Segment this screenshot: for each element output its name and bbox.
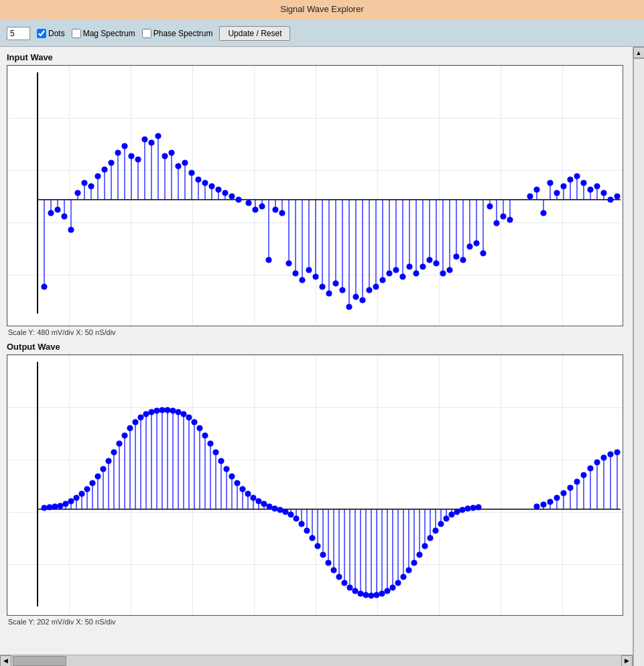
svg-point-281 xyxy=(320,552,326,557)
svg-point-105 xyxy=(380,277,385,283)
svg-point-215 xyxy=(143,411,149,417)
svg-point-39 xyxy=(155,133,161,139)
scroll-track[interactable] xyxy=(633,58,645,666)
svg-point-357 xyxy=(588,466,593,471)
svg-point-155 xyxy=(561,184,566,189)
svg-point-319 xyxy=(422,543,428,549)
svg-point-159 xyxy=(574,174,580,179)
input-wave-scale: Scale Y: 480 mV/div X: 50 nS/div xyxy=(7,328,626,336)
svg-point-115 xyxy=(413,271,419,276)
svg-point-261 xyxy=(267,504,272,509)
svg-point-239 xyxy=(208,441,213,446)
svg-point-113 xyxy=(407,264,412,269)
svg-point-161 xyxy=(581,180,586,186)
dots-checkbox[interactable] xyxy=(37,29,46,38)
svg-point-91 xyxy=(333,281,338,286)
svg-point-217 xyxy=(149,409,154,415)
output-wave-container: Output Wave xyxy=(7,342,626,626)
svg-point-305 xyxy=(385,588,390,594)
svg-point-359 xyxy=(594,460,600,465)
svg-point-5 xyxy=(42,284,47,289)
svg-point-183 xyxy=(58,503,63,509)
svg-point-353 xyxy=(574,479,580,484)
svg-point-119 xyxy=(427,257,432,263)
svg-point-289 xyxy=(342,580,347,586)
svg-point-343 xyxy=(541,502,546,507)
svg-point-123 xyxy=(440,271,446,276)
svg-point-349 xyxy=(561,490,566,496)
app-title: Signal Wave Explorer xyxy=(280,4,364,14)
svg-point-279 xyxy=(315,543,320,549)
svg-point-209 xyxy=(127,425,133,431)
svg-point-321 xyxy=(428,535,433,541)
svg-point-187 xyxy=(68,498,74,504)
phase-spectrum-checkbox[interactable] xyxy=(142,29,151,38)
input-wave-title: Input Wave xyxy=(7,52,626,62)
svg-point-49 xyxy=(189,170,194,176)
mag-spectrum-label[interactable]: Mag Spectrum xyxy=(72,29,135,38)
scroll-up-arrow[interactable]: ▲ xyxy=(633,47,645,58)
svg-point-327 xyxy=(444,516,449,521)
svg-point-347 xyxy=(554,495,560,501)
svg-point-231 xyxy=(186,415,192,420)
svg-point-277 xyxy=(310,535,315,541)
svg-rect-173 xyxy=(7,355,623,616)
mag-spectrum-checkbox[interactable] xyxy=(72,29,81,38)
svg-point-83 xyxy=(306,267,312,273)
svg-point-71 xyxy=(266,257,271,263)
svg-point-179 xyxy=(47,505,52,510)
svg-point-301 xyxy=(374,592,379,598)
svg-point-169 xyxy=(608,197,613,202)
svg-point-329 xyxy=(449,512,454,517)
horizontal-scrollbar[interactable]: ◀ ▶ xyxy=(0,655,633,666)
svg-point-145 xyxy=(527,194,533,199)
input-wave-svg xyxy=(7,66,623,326)
scroll-left-arrow[interactable]: ◀ xyxy=(0,655,11,667)
svg-point-233 xyxy=(192,419,197,425)
svg-point-339 xyxy=(476,505,481,510)
svg-point-263 xyxy=(272,506,277,511)
scroll-right-arrow[interactable]: ▶ xyxy=(621,655,633,667)
svg-point-291 xyxy=(347,585,352,590)
svg-point-303 xyxy=(379,591,385,596)
svg-point-287 xyxy=(336,574,342,580)
svg-point-295 xyxy=(358,591,363,596)
svg-point-99 xyxy=(360,297,365,303)
svg-point-67 xyxy=(253,207,258,212)
svg-point-285 xyxy=(331,568,336,573)
svg-point-243 xyxy=(218,458,224,464)
svg-point-167 xyxy=(601,190,606,196)
svg-point-249 xyxy=(235,480,240,486)
svg-point-207 xyxy=(122,433,127,438)
svg-point-307 xyxy=(390,585,395,590)
svg-point-73 xyxy=(273,207,278,212)
vertical-scrollbar[interactable]: ▲ ▼ xyxy=(633,47,644,666)
svg-point-53 xyxy=(202,180,208,186)
svg-point-107 xyxy=(387,271,392,276)
svg-point-103 xyxy=(373,284,379,289)
value-input[interactable] xyxy=(7,27,30,40)
svg-point-45 xyxy=(176,163,181,169)
svg-point-109 xyxy=(393,267,399,273)
output-wave-scale: Scale Y: 202 mV/div X: 50 nS/div xyxy=(7,618,626,626)
svg-point-101 xyxy=(367,287,372,293)
update-reset-button[interactable]: Update / Reset xyxy=(219,26,290,41)
svg-point-165 xyxy=(594,184,600,189)
svg-point-245 xyxy=(224,466,229,472)
svg-point-253 xyxy=(245,491,251,496)
svg-point-21 xyxy=(95,174,101,179)
svg-point-223 xyxy=(165,407,170,413)
svg-point-351 xyxy=(568,485,573,490)
svg-point-181 xyxy=(52,504,58,509)
svg-point-325 xyxy=(438,521,444,527)
svg-point-341 xyxy=(534,504,539,509)
svg-point-37 xyxy=(149,140,154,145)
svg-point-143 xyxy=(507,217,513,222)
svg-point-225 xyxy=(170,408,176,413)
phase-spectrum-label[interactable]: Phase Spectrum xyxy=(142,29,213,38)
scroll-thumb[interactable] xyxy=(13,656,66,666)
svg-point-75 xyxy=(279,210,285,216)
toolbar: Dots Mag Spectrum Phase Spectrum Update … xyxy=(0,20,644,47)
dots-label[interactable]: Dots xyxy=(37,29,65,38)
svg-point-63 xyxy=(236,197,241,202)
